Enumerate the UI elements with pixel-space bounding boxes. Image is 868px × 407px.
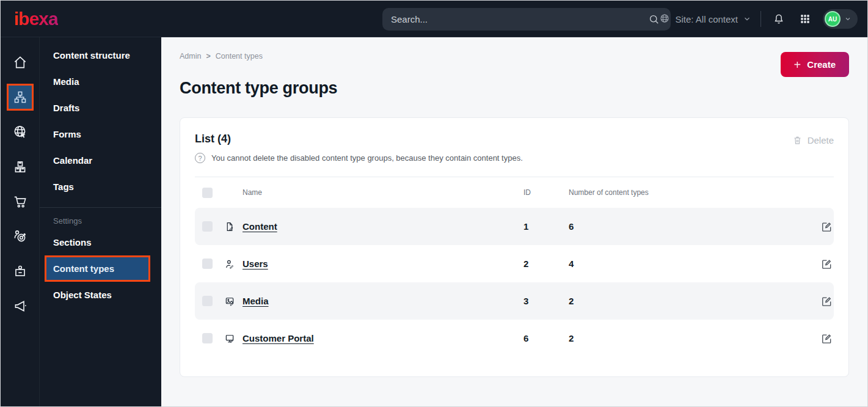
notifications-bell-icon[interactable] xyxy=(770,10,787,28)
rail-item-products[interactable] xyxy=(1,149,40,184)
row-checkbox[interactable] xyxy=(202,258,213,269)
row-count: 2 xyxy=(569,296,807,306)
content-type-group-link[interactable]: Customer Portal xyxy=(243,333,314,343)
table-row: Content 1 6 xyxy=(195,208,834,245)
table-row: Users 2 4 xyxy=(195,245,834,282)
sidebar-item-content-structure[interactable]: Content structure xyxy=(40,42,161,68)
sidebar-item-content-types[interactable]: Content types xyxy=(45,255,150,282)
column-header-count: Number of content types xyxy=(569,188,807,197)
badge-icon xyxy=(12,263,28,279)
delete-button-label: Delete xyxy=(808,135,834,145)
sidebar-panel: Content structure Media Drafts Forms Cal… xyxy=(40,37,161,406)
home-icon xyxy=(12,54,28,70)
column-header-name: Name xyxy=(243,188,523,197)
table-header: Name ID Number of content types xyxy=(195,177,834,208)
edit-icon xyxy=(820,295,833,307)
rail-item-site[interactable] xyxy=(1,114,40,149)
packages-icon xyxy=(12,159,28,175)
global-search[interactable] xyxy=(382,8,671,31)
row-count: 2 xyxy=(569,333,807,343)
monitor-edit-icon xyxy=(224,333,243,344)
table-body: Content 1 6 Users 2 4 Media 3 2 Customer… xyxy=(195,208,834,357)
content-type-group-link[interactable]: Media xyxy=(243,296,269,306)
sidebar-item-object-states[interactable]: Object States xyxy=(40,282,161,308)
row-checkbox[interactable] xyxy=(202,296,213,306)
user-menu[interactable]: AU xyxy=(823,9,858,29)
image-edit-icon xyxy=(224,296,243,307)
rail-item-home[interactable] xyxy=(1,45,40,79)
row-id: 2 xyxy=(523,258,569,269)
site-context-selector[interactable]: Site: All context xyxy=(659,13,751,26)
sidebar-item-sections[interactable]: Sections xyxy=(40,229,161,255)
info-message: ? You cannot delete the disabled content… xyxy=(195,153,834,163)
rail-item-commerce[interactable] xyxy=(1,184,40,219)
delete-button[interactable]: Delete xyxy=(792,135,834,145)
column-header-id: ID xyxy=(523,188,569,197)
rail-item-admin[interactable] xyxy=(1,254,40,288)
rail-item-personalization[interactable] xyxy=(1,219,40,254)
list-card: List (4) Delete ? You cannot delete the … xyxy=(180,117,849,377)
select-all-checkbox[interactable] xyxy=(202,188,213,198)
settings-section-label: Settings xyxy=(40,213,161,229)
row-checkbox[interactable] xyxy=(202,221,213,232)
row-checkbox[interactable] xyxy=(202,333,213,343)
row-id: 1 xyxy=(523,221,569,232)
topbar: ibexa Site: All context A xyxy=(1,1,867,37)
sidebar-item-drafts[interactable]: Drafts xyxy=(40,95,161,121)
table-row: Customer Portal 6 2 xyxy=(195,320,834,357)
sidebar-item-forms[interactable]: Forms xyxy=(40,121,161,147)
create-button-label: Create xyxy=(807,59,836,70)
row-count: 6 xyxy=(569,221,807,232)
selected-rail-highlight xyxy=(7,84,34,111)
topbar-divider xyxy=(760,11,761,27)
breadcrumb-admin[interactable]: Admin xyxy=(180,52,201,61)
site-context-label: Site: All context xyxy=(675,14,738,24)
edit-icon xyxy=(820,258,833,270)
help-icon: ? xyxy=(195,153,205,163)
breadcrumb-separator: > xyxy=(206,52,210,61)
content-type-group-link[interactable]: Content xyxy=(243,221,277,232)
rail-item-content-structure[interactable] xyxy=(1,79,40,114)
ibexa-logo[interactable]: ibexa xyxy=(14,10,58,28)
page-title: Content type groups xyxy=(180,79,849,98)
edit-button[interactable] xyxy=(819,331,834,346)
main-content: Admin > Content types + Create Content t… xyxy=(161,37,867,406)
chevron-down-icon xyxy=(743,15,751,23)
chevron-down-icon xyxy=(844,15,852,23)
personalization-target-icon xyxy=(12,229,28,244)
globe-cursor-icon xyxy=(12,124,28,140)
user-edit-icon xyxy=(224,258,243,270)
app-grid-icon[interactable] xyxy=(797,10,814,28)
info-text: You cannot delete the disabled content t… xyxy=(211,153,523,163)
ibexa-admin-window: ibexa Site: All context A xyxy=(0,0,868,407)
row-id: 6 xyxy=(523,333,569,343)
edit-button[interactable] xyxy=(819,257,834,271)
search-input[interactable] xyxy=(391,14,645,24)
cart-icon xyxy=(12,194,28,210)
trash-icon xyxy=(792,135,803,145)
file-edit-icon xyxy=(224,221,243,232)
create-button[interactable]: + Create xyxy=(781,52,849,77)
table-row: Media 3 2 xyxy=(195,282,834,320)
sidebar-item-calendar[interactable]: Calendar xyxy=(40,147,161,174)
sidebar-item-tags[interactable]: Tags xyxy=(40,174,161,200)
edit-icon xyxy=(820,332,833,345)
site-globe-icon xyxy=(659,13,670,26)
edit-icon xyxy=(820,221,833,233)
content-type-group-link[interactable]: Users xyxy=(243,258,268,269)
sidebar-item-media[interactable]: Media xyxy=(40,68,161,95)
avatar: AU xyxy=(825,11,841,27)
megaphone-icon xyxy=(12,298,28,314)
breadcrumb: Admin > Content types xyxy=(180,52,849,61)
breadcrumb-content-types: Content types xyxy=(216,52,263,61)
sidebar-divider xyxy=(40,207,161,208)
edit-button[interactable] xyxy=(819,294,834,309)
rail-item-marketing[interactable] xyxy=(1,288,40,323)
icon-rail xyxy=(1,37,40,406)
content-tree-icon xyxy=(13,90,27,105)
plus-icon: + xyxy=(794,59,801,71)
edit-button[interactable] xyxy=(819,219,834,234)
row-count: 4 xyxy=(569,258,807,269)
row-id: 3 xyxy=(523,296,569,306)
list-title: List (4) xyxy=(195,133,231,145)
